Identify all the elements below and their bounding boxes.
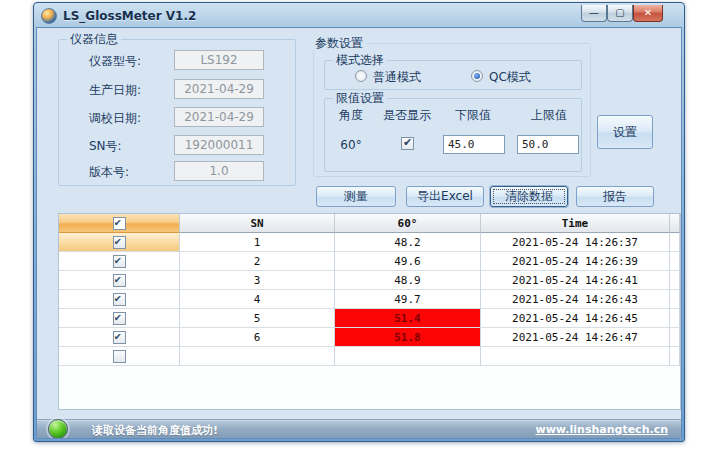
row-filler-cell bbox=[670, 309, 680, 328]
row-time-cell[interactable]: 2021-05-24 14:26:37 bbox=[481, 233, 670, 252]
calib-date-value[interactable]: 2021-04-29 bbox=[174, 107, 264, 127]
row-select-cell[interactable] bbox=[59, 233, 180, 252]
row-select-cell[interactable] bbox=[59, 290, 180, 309]
row-filler-cell bbox=[670, 233, 680, 252]
row-checkbox[interactable] bbox=[113, 293, 126, 306]
angle-column-header[interactable]: 60° bbox=[335, 214, 481, 233]
show-60-checkbox[interactable] bbox=[401, 137, 414, 150]
row-checkbox[interactable] bbox=[113, 255, 126, 268]
row-checkbox[interactable] bbox=[113, 236, 126, 249]
limit-settings-group: 限值设置 角度 是否显示 下限值 上限值 60° bbox=[324, 98, 582, 172]
row-sn-cell[interactable]: 6 bbox=[180, 328, 335, 347]
row-select-cell[interactable] bbox=[59, 309, 180, 328]
version-label: 版本号: bbox=[89, 164, 175, 181]
row-sn-cell[interactable]: 4 bbox=[180, 290, 335, 309]
row-checkbox[interactable] bbox=[113, 350, 126, 363]
limit-settings-title: 限值设置 bbox=[333, 91, 387, 105]
row-select-cell[interactable] bbox=[59, 252, 180, 271]
title-bar[interactable]: LS_GlossMeter V1.2 — ▢ ✕ bbox=[36, 5, 682, 27]
model-value[interactable]: LS192 bbox=[174, 50, 264, 70]
qc-mode-radio[interactable] bbox=[471, 70, 483, 82]
row-filler-cell bbox=[670, 290, 680, 309]
row-time-cell[interactable]: 2021-05-24 14:26:47 bbox=[481, 328, 670, 347]
window-body: 仪器信息 仪器型号: LS192 生产日期: 2021-04-29 调校日期: … bbox=[36, 27, 682, 439]
calib-date-label: 调校日期: bbox=[89, 110, 175, 127]
row-select-cell[interactable] bbox=[59, 347, 180, 366]
results-table: SN 60° Time 1 48.2 2021-05-24 14:26:37 2… bbox=[58, 213, 681, 410]
vendor-link[interactable]: www.linshangtech.cn bbox=[536, 423, 668, 436]
show-col-header: 是否显示 bbox=[377, 107, 437, 124]
normal-mode-radio[interactable] bbox=[355, 70, 367, 82]
table-row[interactable]: 1 48.2 2021-05-24 14:26:37 bbox=[59, 233, 680, 252]
status-message: 读取设备当前角度值成功! bbox=[92, 423, 218, 438]
prod-date-label: 生产日期: bbox=[89, 82, 175, 99]
device-info-title: 仪器信息 bbox=[67, 32, 121, 46]
table-row[interactable]: 4 49.7 2021-05-24 14:26:43 bbox=[59, 290, 680, 309]
status-bar: 读取设备当前角度值成功! www.linshangtech.cn bbox=[37, 420, 681, 438]
row-filler-cell bbox=[670, 328, 680, 347]
row-value-cell[interactable]: 48.2 bbox=[335, 233, 481, 252]
upper-limit-input[interactable] bbox=[517, 135, 579, 154]
table-row[interactable]: 2 49.6 2021-05-24 14:26:39 bbox=[59, 252, 680, 271]
row-checkbox[interactable] bbox=[113, 312, 126, 325]
set-button[interactable]: 设置 bbox=[597, 115, 653, 149]
table-header-row: SN 60° Time bbox=[59, 214, 680, 233]
row-value-cell[interactable]: 49.7 bbox=[335, 290, 481, 309]
window-title: LS_GlossMeter V1.2 bbox=[63, 9, 196, 23]
row-sn-cell[interactable]: 2 bbox=[180, 252, 335, 271]
row-value-cell[interactable]: 48.9 bbox=[335, 271, 481, 290]
clear-data-button[interactable]: 清除数据 bbox=[490, 186, 568, 207]
row-time-cell[interactable]: 2021-05-24 14:26:43 bbox=[481, 290, 670, 309]
row-filler-cell bbox=[670, 347, 680, 366]
time-column-header[interactable]: Time bbox=[481, 214, 670, 233]
row-select-cell[interactable] bbox=[59, 328, 180, 347]
filler-column-header bbox=[670, 214, 680, 233]
screenshot-stage: LS_GlossMeter V1.2 — ▢ ✕ 仪器信息 仪器型号: LS19… bbox=[0, 0, 726, 450]
normal-mode-label[interactable]: 普通模式 bbox=[373, 69, 421, 86]
table-row[interactable]: 3 48.9 2021-05-24 14:26:41 bbox=[59, 271, 680, 290]
row-value-cell[interactable] bbox=[335, 347, 481, 366]
row-value-cell[interactable]: 49.6 bbox=[335, 252, 481, 271]
row-checkbox[interactable] bbox=[113, 331, 126, 344]
row-select-cell[interactable] bbox=[59, 271, 180, 290]
row-time-cell[interactable] bbox=[481, 347, 670, 366]
table-rows: 1 48.2 2021-05-24 14:26:37 2 49.6 2021-0… bbox=[59, 233, 680, 366]
qc-mode-label[interactable]: QC模式 bbox=[489, 69, 531, 86]
version-value[interactable]: 1.0 bbox=[174, 161, 264, 181]
upper-col-header: 上限值 bbox=[521, 107, 577, 124]
measure-button[interactable]: 测量 bbox=[316, 186, 396, 207]
row-time-cell[interactable]: 2021-05-24 14:26:39 bbox=[481, 252, 670, 271]
angle-col-header: 角度 bbox=[331, 107, 371, 124]
row-value-cell[interactable]: 51.4 bbox=[335, 309, 481, 328]
row-sn-cell[interactable]: 5 bbox=[180, 309, 335, 328]
mode-select-group: 模式选择 普通模式 QC模式 bbox=[324, 60, 582, 90]
report-button[interactable]: 报告 bbox=[576, 186, 654, 207]
row-time-cell[interactable]: 2021-05-24 14:26:41 bbox=[481, 271, 670, 290]
prod-date-value[interactable]: 2021-04-29 bbox=[174, 79, 264, 99]
row-time-cell[interactable]: 2021-05-24 14:26:45 bbox=[481, 309, 670, 328]
table-row[interactable] bbox=[59, 347, 680, 366]
model-label: 仪器型号: bbox=[89, 53, 175, 70]
param-settings-group: 参数设置 模式选择 普通模式 QC模式 限值设置 角度 是否显示 下限值 上限值 bbox=[313, 43, 591, 177]
param-settings-title: 参数设置 bbox=[312, 36, 366, 50]
row-sn-cell[interactable]: 1 bbox=[180, 233, 335, 252]
close-button[interactable]: ✕ bbox=[633, 5, 663, 22]
lower-limit-input[interactable] bbox=[443, 135, 505, 154]
table-row[interactable]: 6 51.8 2021-05-24 14:26:47 bbox=[59, 328, 680, 347]
angle-60-label: 60° bbox=[331, 138, 371, 152]
sn-column-header[interactable]: SN bbox=[180, 214, 335, 233]
table-row[interactable]: 5 51.4 2021-05-24 14:26:45 bbox=[59, 309, 680, 328]
row-value-cell[interactable]: 51.8 bbox=[335, 328, 481, 347]
row-filler-cell bbox=[670, 252, 680, 271]
sn-label: SN号: bbox=[89, 138, 175, 155]
select-all-checkbox[interactable] bbox=[113, 217, 126, 230]
app-icon bbox=[41, 8, 57, 24]
row-sn-cell[interactable]: 3 bbox=[180, 271, 335, 290]
row-checkbox[interactable] bbox=[113, 274, 126, 287]
sn-value[interactable]: 192000011 bbox=[174, 135, 264, 155]
maximize-button[interactable]: ▢ bbox=[607, 5, 633, 22]
row-sn-cell[interactable] bbox=[180, 347, 335, 366]
select-all-header-cell[interactable] bbox=[59, 214, 180, 233]
minimize-button[interactable]: — bbox=[581, 5, 607, 22]
export-excel-button[interactable]: 导出Excel bbox=[406, 186, 484, 207]
